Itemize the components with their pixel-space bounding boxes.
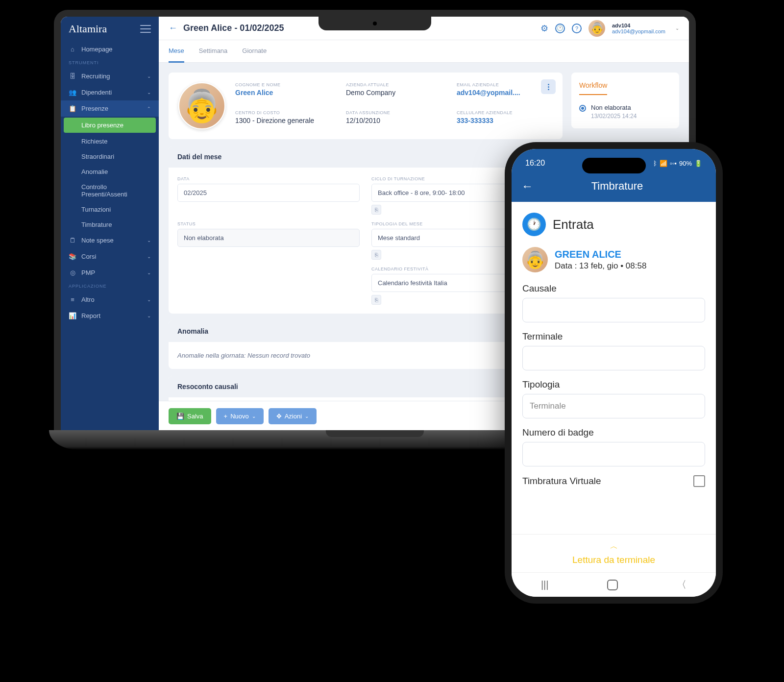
move-icon: ✥: [276, 413, 282, 420]
person-name[interactable]: Green Alice: [235, 89, 331, 97]
copy-icon[interactable]: ⎘: [371, 295, 381, 305]
users-icon: 👥: [69, 89, 76, 96]
salva-button[interactable]: 💾Salva: [169, 408, 211, 424]
sidebar-item-corsi[interactable]: 📚 Corsi ⌄: [61, 248, 159, 265]
chevron-down-icon: ⌄: [147, 73, 151, 79]
sidebar-label: Recruiting: [81, 73, 110, 80]
anomalia-card: Anomalia Anomalie nella giornata: Nessun…: [169, 320, 563, 369]
field-label: Numero di badge: [522, 427, 705, 438]
tab-mese[interactable]: Mese: [169, 40, 184, 63]
sidebar-item-dipendenti[interactable]: 👥 Dipendenti ⌄: [61, 84, 159, 100]
person-company: Demo Company: [346, 89, 442, 97]
field-label: EMAIL AZIENDALE: [457, 82, 553, 87]
causale-input[interactable]: [522, 298, 705, 322]
nuovo-button[interactable]: +Nuovo⌄: [216, 408, 264, 424]
person-email[interactable]: adv104@yopmail....: [457, 89, 553, 97]
sidebar-item-altro[interactable]: ≡ Altro ⌄: [61, 292, 159, 308]
chevron-up-icon: ︿: [512, 541, 716, 552]
sidebar-item-homepage[interactable]: ⌂ Homepage: [61, 41, 159, 57]
sidebar-item-report[interactable]: 📊 Report ⌄: [61, 308, 159, 324]
phone-navbar: ||| 〈: [512, 572, 716, 597]
dati-mese-card: Dati del mese DATA CICLO DI TURNAZ: [169, 146, 563, 314]
user-email: adv104@yopmail.com: [612, 28, 665, 34]
phone-device: 16:20 ▣ ᛒ 📶 ▫◦▪ 90% 🔋 ← Timbrature 🕐 Ent…: [505, 142, 723, 604]
tipologia-input[interactable]: [522, 394, 705, 418]
copy-icon[interactable]: ⎘: [371, 205, 381, 215]
sidebar-sub-turnazioni[interactable]: Turnazioni: [61, 202, 159, 217]
sidebar-sub-straordinari[interactable]: Straordinari: [61, 149, 159, 164]
anomaly-text: Anomalie nella giornata: Nessun record t…: [177, 351, 554, 360]
card-menu-button[interactable]: [541, 79, 556, 94]
sidebar-item-note[interactable]: 🗒 Note spese ⌄: [61, 232, 159, 248]
battery-icon: 🔋: [694, 160, 702, 167]
field-label: STATUS: [177, 221, 360, 226]
help-icon[interactable]: ?: [572, 24, 582, 33]
mobile-user-name: GREEN ALICE: [555, 249, 646, 260]
nav-home-icon[interactable]: [607, 580, 618, 590]
nav-recent-icon[interactable]: |||: [541, 579, 549, 590]
bluetooth-icon: ᛒ: [653, 160, 657, 167]
sidebar-sub-controllo[interactable]: Controllo Presenti/Assenti: [61, 179, 159, 202]
tab-giornate[interactable]: Giornate: [242, 40, 267, 62]
data-input[interactable]: [177, 184, 360, 202]
phone-title: Timbrature: [543, 180, 691, 193]
copy-icon[interactable]: ⎘: [371, 250, 381, 260]
avatar: [178, 82, 225, 129]
sidebar-sub-anomalie[interactable]: Anomalie: [61, 164, 159, 179]
badge-input[interactable]: [522, 442, 705, 466]
field-label: CENTRO DI COSTO: [235, 110, 331, 115]
tab-settimana[interactable]: Settimana: [199, 40, 228, 62]
sidebar-label: Presenze: [81, 105, 108, 112]
nav-back-icon[interactable]: 〈: [677, 578, 686, 591]
virtuale-checkbox[interactable]: [693, 475, 705, 487]
sidebar-section-tools: STRUMENTI: [61, 57, 159, 68]
sidebar-section-app: APPLICAZIONE: [61, 281, 159, 292]
calendar-icon: 📋: [69, 105, 76, 112]
section-header: Dati del mese: [169, 146, 563, 168]
chevron-down-icon[interactable]: ⌄: [675, 25, 679, 31]
chevron-down-icon: ⌄: [305, 414, 309, 419]
footer-text: Lettura da terminale: [572, 555, 655, 565]
sidebar-label: Note spese: [81, 237, 114, 244]
phone-header: ← Timbrature: [512, 177, 716, 202]
workflow-date: 13/02/2025 14:24: [591, 113, 637, 120]
phone-footer[interactable]: ︿ Lettura da terminale: [512, 534, 716, 572]
sidebar-item-presenze[interactable]: 📋 Presenze ⌄: [61, 100, 159, 117]
target-icon: ◎: [69, 269, 76, 276]
terminale-input[interactable]: [522, 346, 705, 370]
sidebar-item-pmp[interactable]: ◎ PMP ⌄: [61, 265, 159, 281]
signal-icon: ▫◦▪: [670, 160, 677, 167]
sidebar-sub-richieste[interactable]: Richieste: [61, 134, 159, 149]
field-label: Timbratura Virtuale: [522, 476, 601, 487]
azioni-button[interactable]: ✥Azioni⌄: [269, 408, 317, 424]
field-label: Causale: [522, 283, 705, 294]
user-menu[interactable]: adv104 adv104@yopmail.com: [612, 23, 665, 34]
sidebar-label: PMP: [81, 269, 95, 276]
briefcase-icon: 🗄: [69, 73, 76, 80]
person-hire: 12/10/2010: [346, 117, 442, 124]
save-icon: 💾: [176, 413, 184, 420]
entrata-title: Entrata: [553, 217, 594, 232]
status-time: 16:20: [525, 159, 545, 168]
note-icon: 🗒: [69, 237, 76, 244]
sidebar-item-recruiting[interactable]: 🗄 Recruiting ⌄: [61, 68, 159, 84]
gear-icon[interactable]: ⚙: [540, 23, 548, 34]
person-phone[interactable]: 333-333333: [457, 117, 553, 124]
user-name: adv104: [612, 23, 665, 28]
resoconto-card: Resoconto causali CODICE CAUSALE DURATA/…: [169, 376, 563, 401]
menu-toggle-icon[interactable]: [140, 25, 151, 33]
field-label: DATA: [177, 176, 360, 181]
chevron-down-icon: ⌄: [147, 90, 151, 95]
person-cost: 1300 - Direzione generale: [235, 117, 331, 124]
clock-icon[interactable]: 🕐: [555, 24, 565, 33]
radio-icon[interactable]: [579, 105, 586, 112]
sidebar-sub-libro[interactable]: Libro presenze: [64, 118, 156, 133]
field-label: AZIENDA ATTUALE: [346, 82, 442, 87]
back-icon[interactable]: ←: [169, 23, 177, 33]
back-icon[interactable]: ←: [521, 179, 533, 193]
battery-text: 90%: [679, 160, 692, 167]
sidebar-sub-timbrature[interactable]: Timbrature: [61, 217, 159, 232]
person-card: COGNOME E NOMEGreen Alice AZIENDA ATTUAL…: [169, 73, 563, 139]
avatar[interactable]: [588, 20, 605, 37]
chevron-down-icon: ⌄: [252, 414, 256, 419]
